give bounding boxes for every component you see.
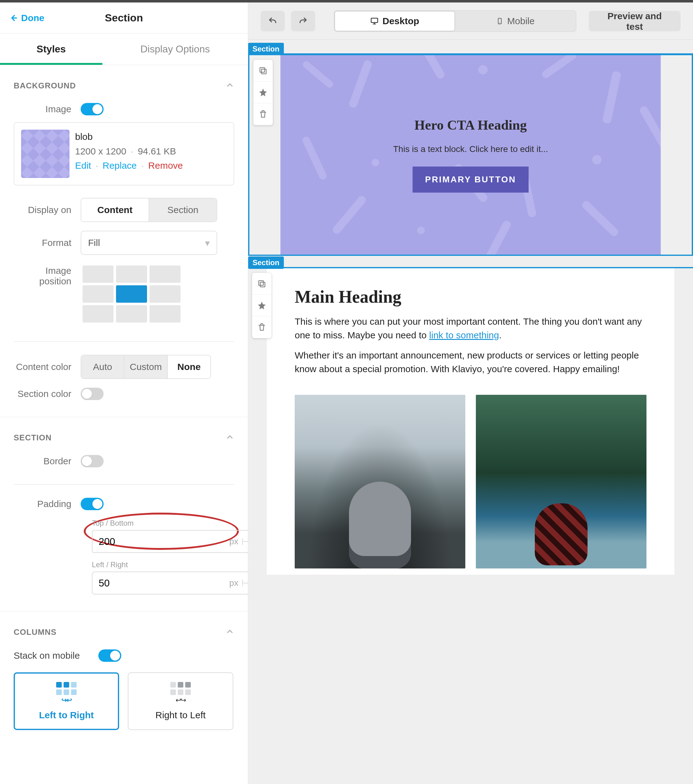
pos-mc[interactable] [116,285,147,303]
desktop-icon [370,17,379,25]
format-select[interactable]: Fill ▾ [81,231,217,255]
section-color-label: Section color [14,389,81,399]
sidebar-tabs: Styles Display Options [0,33,248,65]
svg-rect-6 [259,281,263,285]
hero-text[interactable]: This is a text block. Click here to edit… [296,144,645,154]
bg-replace-link[interactable]: Replace [103,160,137,171]
format-label: Format [14,237,81,248]
view-mobile[interactable]: Mobile [455,11,576,31]
tool-star-2[interactable] [252,295,271,316]
padding-left-right: Left / Right px [92,560,210,595]
image-toggle[interactable] [81,103,104,115]
arrow-left-icon [9,14,18,22]
viewport-toggle: Desktop Mobile [334,10,576,32]
tab-styles[interactable]: Styles [0,33,102,65]
duplicate-icon [258,66,268,75]
col-ltr[interactable]: ↪↩ Left to Right [14,672,119,730]
divider [14,341,234,342]
bg-file-size: 94.61 KB [138,146,176,156]
bg-remove-link[interactable]: Remove [148,160,183,171]
main-p1[interactable]: This is where you can put your most impo… [295,315,647,342]
padding-toggle[interactable] [81,498,104,510]
pos-bl[interactable] [82,305,114,323]
image-position-label: Image position [14,264,81,287]
border-label: Border [14,456,81,466]
bg-edit-link[interactable]: Edit [75,160,91,171]
section-tools-2 [252,273,272,338]
section-tag-2[interactable]: Section [248,257,284,269]
view-desktop[interactable]: Desktop [334,11,455,31]
col-rtl[interactable]: ↩↪ Right to Left [128,672,233,730]
tool-delete-2[interactable] [252,316,271,338]
trash-icon [257,323,266,332]
hero-button[interactable]: PRIMARY BUTTON [412,166,529,193]
padding-lr-unit: px [229,578,242,588]
redo-icon [299,16,308,26]
columns-head[interactable]: COLUMNS [14,624,234,645]
bg-file-dims: 1200 x 1200 [75,146,126,156]
padding-lr-label: Left / Right [92,560,210,569]
section-tag[interactable]: Section [248,43,284,55]
tool-duplicate-2[interactable] [252,273,271,295]
duplicate-icon [257,279,266,288]
section-head[interactable]: SECTION [14,430,234,451]
columns-title: COLUMNS [14,628,56,637]
canvas-area: Desktop Mobile Preview and test Section [248,2,693,784]
svg-rect-3 [261,69,266,74]
image-2[interactable] [476,395,647,568]
mobile-icon [496,17,503,25]
bg-image-card: blob 1200 x 1200 · 94.61 KB Edit · Repla… [14,122,234,186]
svg-rect-4 [260,68,265,72]
tool-delete[interactable] [253,103,273,125]
section-tools [253,59,273,125]
padding-tb-input[interactable] [92,536,229,547]
format-value: Fill [88,237,100,248]
rtl-arrow-icon: ↩↪ [176,696,185,704]
section-color-toggle[interactable] [81,388,104,400]
content-color-none[interactable]: None [167,356,210,378]
pos-tl[interactable] [82,265,114,283]
content-color-custom[interactable]: Custom [124,356,167,378]
preview-button[interactable]: Preview and test [589,11,681,31]
svg-rect-5 [260,282,265,287]
pos-tr[interactable] [150,265,180,283]
padding-lr-input[interactable] [92,578,229,589]
chevron-down-icon: ▾ [205,237,210,249]
hero-content[interactable]: Hero CTA Heading This is a text block. C… [280,55,661,255]
background-head[interactable]: BACKGROUND [14,77,234,99]
image-1[interactable] [295,395,465,568]
pos-br[interactable] [150,305,180,323]
main-p2[interactable]: Whether it's an important announcement, … [295,349,647,376]
padding-label: Padding [14,499,81,509]
hero-section[interactable]: Hero CTA Heading This is a text block. C… [248,53,693,256]
padding-tb-unit: px [229,537,242,547]
pos-ml[interactable] [82,285,114,303]
done-button[interactable]: Done [9,13,45,23]
border-toggle[interactable] [81,455,104,467]
sidebar-title: Section [105,12,143,24]
content-color-label: Content color [14,362,81,372]
rtl-icon [170,682,191,695]
tool-duplicate[interactable] [253,60,273,82]
pos-mr[interactable] [150,285,180,303]
main-content[interactable]: Main Heading This is where you can put y… [267,268,674,575]
redo-button[interactable] [291,11,315,31]
main-heading[interactable]: Main Heading [295,287,647,307]
display-on-content[interactable]: Content [81,198,148,221]
bg-image-thumb[interactable] [21,130,69,178]
pos-bc[interactable] [116,305,147,323]
tool-star[interactable] [253,82,273,103]
undo-button[interactable] [261,11,285,31]
tab-display-options[interactable]: Display Options [102,33,248,65]
col-rtl-label: Right to Left [155,710,206,720]
content-color-auto[interactable]: Auto [81,356,124,378]
canvas-toolbar: Desktop Mobile Preview and test [248,2,693,40]
main-section[interactable]: Main Heading This is where you can put y… [248,267,693,575]
main-link[interactable]: link to something [429,330,499,340]
display-on-section[interactable]: Section [148,198,216,221]
pos-tc[interactable] [116,265,147,283]
hero-heading[interactable]: Hero CTA Heading [296,117,645,133]
stack-toggle[interactable] [98,649,121,662]
canvas-stage[interactable]: Section Hero CTA Heading This is a text [248,40,693,784]
image-position-grid [81,264,183,324]
